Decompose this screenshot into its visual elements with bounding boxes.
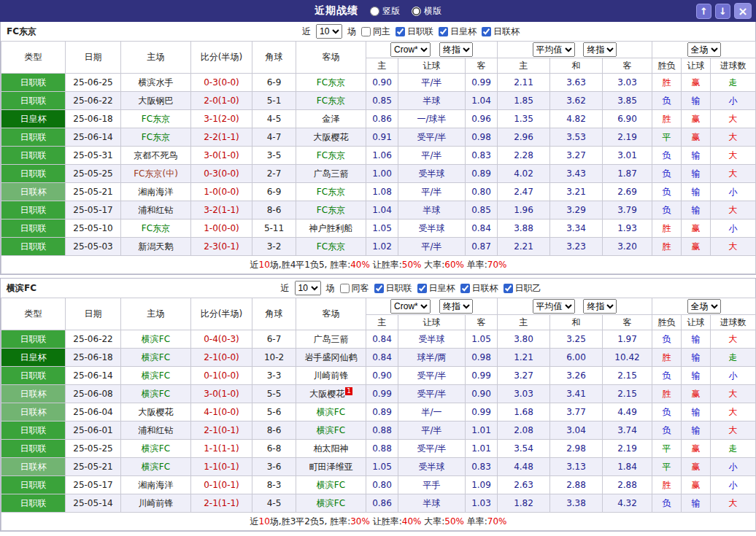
date-cell: 25-05-10 xyxy=(66,220,121,238)
odds-company-select[interactable]: Crow* xyxy=(390,42,431,57)
layout-radio-vertical[interactable]: 竖版 xyxy=(370,5,400,18)
result-winlose-cell: 胜 xyxy=(652,220,682,238)
result-winlose-cell: 胜 xyxy=(652,385,682,403)
league-filter-checkbox[interactable] xyxy=(482,27,491,36)
result-winlose-cell: 胜 xyxy=(652,74,682,92)
home-team-cell: 川崎前锋 xyxy=(121,494,191,513)
away-team-cell: FC东京 xyxy=(296,183,366,201)
result-winlose-cell: 胜 xyxy=(652,476,682,494)
handicap-home-odds-cell: 0.86 xyxy=(366,494,398,513)
results-table: 类型 日期 主场 比分(半场) 角球 客场 Crow* 终指 平均值 终指 xyxy=(1,298,756,531)
date-cell: 25-05-25 xyxy=(66,440,121,458)
league-filter-checkbox[interactable] xyxy=(460,284,470,293)
recent-results-panel: 近期战绩 竖版 横版 ↑ ↓ × FC东京 近 10 场 xyxy=(0,0,756,532)
handicap-home-odds-cell: 1.05 xyxy=(366,458,398,476)
odds-final-select[interactable]: 终指 xyxy=(439,299,473,314)
average-odds-select[interactable]: 平均值 xyxy=(533,299,575,314)
fulltime-select[interactable]: 全场 xyxy=(687,299,721,314)
result-winlose-cell: 平 xyxy=(652,458,682,476)
same-venue-checkbox[interactable] xyxy=(361,27,371,36)
league-filter-checkbox[interactable] xyxy=(396,27,405,36)
league-filter[interactable]: 日职乙 xyxy=(504,282,541,295)
league-filter[interactable]: 日皇杯 xyxy=(439,26,477,38)
league-filter[interactable]: 日联杯 xyxy=(460,282,498,295)
corner-cell: 2-7 xyxy=(252,165,296,183)
away-team-cell: 柏太阳神 xyxy=(296,440,366,458)
score-cell: 1-0(0-0) xyxy=(191,220,252,238)
europe-final-select[interactable]: 终指 xyxy=(583,299,617,314)
match-row: 日职联25-05-03新潟天鹅2-3(0-1)3-2FC东京1.02平/半0.8… xyxy=(1,238,756,256)
move-up-button[interactable]: ↑ xyxy=(696,4,711,19)
move-down-button[interactable]: ↓ xyxy=(715,4,730,19)
league-filter[interactable]: 日皇杯 xyxy=(417,282,455,295)
league-filter-group: 日职联日皇杯日联杯日职乙 xyxy=(374,282,541,295)
result-handicap-cell: 赢 xyxy=(682,110,711,128)
recent-count-select[interactable]: 10 xyxy=(316,24,342,39)
handicap-home-odds-cell: 1.06 xyxy=(366,147,398,165)
away-team-cell: 大阪樱花1 xyxy=(296,385,366,403)
filter-bar: 近 10 场 同客 日职联日皇杯日联杯日职乙 xyxy=(66,281,755,295)
europe-odds-group: 平均值 终指 xyxy=(498,42,652,58)
corner-cell: 8-6 xyxy=(252,422,296,440)
league-filter-checkbox[interactable] xyxy=(374,284,384,293)
avg-draw-odds-cell: 3.23 xyxy=(550,238,603,256)
layout-radio-horizontal[interactable]: 横版 xyxy=(412,5,441,18)
league-filter-label: 日职联 xyxy=(386,282,412,295)
league-filter-label: 日联杯 xyxy=(472,282,498,295)
recent-count-select[interactable]: 10 xyxy=(295,281,321,295)
same-venue-filter[interactable]: 同主 xyxy=(361,26,390,38)
league-filter-checkbox[interactable] xyxy=(504,284,513,293)
result-winlose-cell: 负 xyxy=(652,92,682,110)
league-filter-checkbox[interactable] xyxy=(439,27,448,36)
league-filter-group: 日职联日皇杯日联杯 xyxy=(396,26,520,38)
sub-col-winlose: 胜负 xyxy=(652,58,682,74)
league-filter[interactable]: 日职联 xyxy=(374,282,412,295)
same-venue-label: 同客 xyxy=(352,282,369,295)
summary-text-segment: 场,胜4平1负5, 胜率: xyxy=(270,260,350,270)
corner-cell: 3-6 xyxy=(252,458,296,476)
date-cell: 25-05-17 xyxy=(66,201,121,220)
col-home: 主场 xyxy=(121,298,191,330)
results-table: 类型 日期 主场 比分(半场) 角球 客场 Crow* 终指 平均值 终指 xyxy=(1,41,756,274)
result-winlose-cell: 负 xyxy=(652,494,682,513)
fulltime-select[interactable]: 全场 xyxy=(687,42,721,57)
vertical-radio-input[interactable] xyxy=(370,7,379,16)
result-goals-cell: 大 xyxy=(711,201,756,220)
handicap-away-odds-cell: 0.85 xyxy=(466,201,498,220)
league-filter[interactable]: 日职联 xyxy=(396,26,433,38)
odds-final-select[interactable]: 终指 xyxy=(439,42,473,57)
average-odds-select[interactable]: 平均值 xyxy=(533,42,575,57)
match-row: 日职联25-06-01浦和红钻2-1(0-1)8-6横滨FC0.88平/半1.0… xyxy=(1,422,756,440)
same-venue-checkbox[interactable] xyxy=(340,284,350,293)
sub-col-home-odds: 主 xyxy=(366,315,398,330)
league-filter[interactable]: 日联杯 xyxy=(482,26,520,38)
europe-final-select[interactable]: 终指 xyxy=(583,42,617,57)
horizontal-radio-input[interactable] xyxy=(412,7,421,16)
handicap-away-odds-cell: 0.89 xyxy=(466,165,498,183)
odds-company-select[interactable]: Crow* xyxy=(390,299,431,314)
avg-draw-odds-cell: 3.77 xyxy=(550,403,603,422)
match-row: 日职联25-05-17浦和红钻3-2(1-1)8-6FC东京1.04半球0.85… xyxy=(1,201,756,220)
result-goals-cell: 大 xyxy=(711,422,756,440)
league-filter-checkbox[interactable] xyxy=(417,284,427,293)
date-cell: 25-05-14 xyxy=(66,494,121,513)
away-team-cell: 大阪樱花 xyxy=(296,128,366,147)
same-venue-filter[interactable]: 同客 xyxy=(340,282,369,295)
score-cell: 2-2(1-1) xyxy=(191,128,252,147)
close-button[interactable]: × xyxy=(734,3,752,19)
handicap-odds-group: Crow* 终指 xyxy=(366,298,498,315)
result-goals-cell: 走 xyxy=(711,74,756,92)
avg-away-odds-cell: 10.42 xyxy=(603,349,652,367)
fulltime-group: 全场 xyxy=(652,42,756,58)
avg-draw-odds-cell: 3.25 xyxy=(550,330,603,349)
away-team-cell: FC东京 xyxy=(296,201,366,220)
corner-cell: 8-3 xyxy=(252,476,296,494)
handicap-away-odds-cell: 1.01 xyxy=(466,440,498,458)
avg-away-odds-cell: 2.88 xyxy=(603,476,652,494)
result-winlose-cell: 负 xyxy=(652,147,682,165)
result-winlose-cell: 负 xyxy=(652,165,682,183)
europe-odds-group: 平均值 终指 xyxy=(498,298,652,315)
result-handicap-cell: 输 xyxy=(682,147,711,165)
col-type: 类型 xyxy=(1,298,66,330)
avg-away-odds-cell: 1.87 xyxy=(603,165,652,183)
